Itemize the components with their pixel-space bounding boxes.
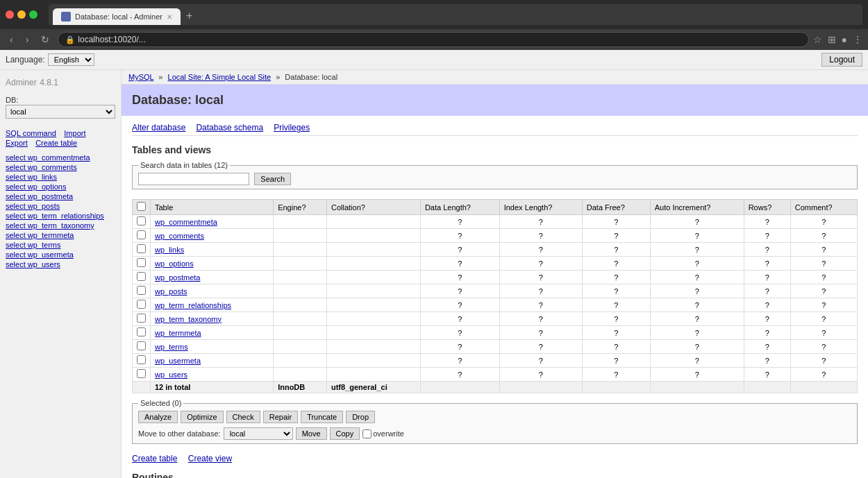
db-tab[interactable]: Privileges	[274, 123, 310, 133]
search-button[interactable]: Search	[254, 173, 291, 185]
table-header: Auto Increment?	[650, 200, 744, 215]
table-collation	[326, 257, 420, 271]
table-index-length: ?	[499, 340, 582, 354]
drop-button[interactable]: Drop	[346, 411, 375, 423]
sidebar-nav-item[interactable]: select wp_term_taxonomy	[6, 221, 115, 230]
tables-section-title: Tables and views	[132, 144, 858, 155]
table-index-length: ?	[499, 215, 582, 229]
table-name-link[interactable]: wp_comments	[155, 232, 204, 240]
row-checkbox[interactable]	[137, 355, 146, 364]
repair-button[interactable]: Repair	[263, 411, 298, 423]
sidebar-nav-item[interactable]: select wp_termmeta	[6, 231, 115, 239]
breadcrumb-site[interactable]: Local Site: A Simple Local Site	[168, 73, 272, 81]
create-view-link[interactable]: Create view	[188, 454, 232, 463]
row-checkbox[interactable]	[137, 327, 146, 336]
table-data-length: ?	[420, 243, 499, 257]
copy-button[interactable]: Copy	[330, 427, 360, 440]
reload-button[interactable]: ↻	[37, 33, 53, 46]
table-name-link[interactable]: wp_termmeta	[155, 329, 201, 337]
table-engine	[274, 284, 327, 298]
import-link[interactable]: Import	[64, 129, 85, 137]
language-select[interactable]: English	[48, 53, 94, 66]
row-checkbox[interactable]	[137, 258, 146, 267]
create-table-sidebar-link[interactable]: Create table	[35, 139, 77, 147]
logout-button[interactable]: Logout	[821, 53, 862, 67]
table-data-length: ?	[420, 215, 499, 229]
create-table-link[interactable]: Create table	[132, 454, 177, 463]
table-collation	[326, 243, 420, 257]
sidebar-nav-item[interactable]: select wp_posts	[6, 202, 115, 210]
move-button[interactable]: Move	[296, 427, 327, 440]
table-comment: ?	[790, 368, 857, 382]
table-name-link[interactable]: wp_commentmeta	[155, 218, 217, 226]
table-row: wp_comments??????	[133, 229, 858, 243]
table-name-link[interactable]: wp_postmeta	[155, 273, 200, 282]
table-name-link[interactable]: wp_links	[155, 246, 184, 254]
analyze-button[interactable]: Analyze	[138, 411, 178, 423]
db-tab[interactable]: Database schema	[196, 123, 263, 133]
table-collation	[326, 229, 420, 243]
sidebar-nav-item[interactable]: select wp_options	[6, 182, 115, 191]
row-checkbox[interactable]	[137, 369, 146, 378]
row-checkbox[interactable]	[137, 272, 146, 281]
table-index-length: ?	[499, 229, 582, 243]
new-tab-button[interactable]: +	[181, 7, 198, 25]
table-name-link[interactable]: wp_options	[155, 259, 194, 268]
db-select[interactable]: local	[6, 105, 115, 119]
table-auto-increment: ?	[650, 284, 744, 298]
sidebar-nav-item[interactable]: select wp_usermeta	[6, 250, 115, 259]
table-comment: ?	[790, 340, 857, 354]
address-bar[interactable]: 🔒 localhost:10020/...	[58, 32, 808, 47]
move-db-select[interactable]: local	[224, 427, 293, 440]
overwrite-checkbox[interactable]	[362, 429, 372, 438]
tables-table: TableEngine?Collation?Data Length?Index …	[132, 199, 858, 393]
total-cell: 12 in total	[151, 382, 274, 393]
db-tab[interactable]: Alter database	[132, 123, 185, 133]
maximize-window-btn[interactable]	[29, 10, 37, 19]
sidebar-nav-item[interactable]: select wp_commentmeta	[6, 153, 115, 162]
row-checkbox[interactable]	[137, 230, 146, 239]
row-checkbox[interactable]	[137, 216, 146, 225]
table-name-link[interactable]: wp_posts	[155, 287, 187, 296]
tab-close-btn[interactable]: ✕	[167, 13, 172, 21]
sidebar-nav-item[interactable]: select wp_terms	[6, 241, 115, 249]
table-comment: ?	[790, 354, 857, 368]
table-name-link[interactable]: wp_term_relationships	[155, 301, 231, 309]
forward-button[interactable]: ›	[22, 33, 33, 46]
active-tab[interactable]: Database: local - Adminer ✕	[53, 8, 181, 25]
overwrite-label[interactable]: overwrite	[362, 429, 404, 438]
row-checkbox[interactable]	[137, 300, 146, 309]
table-index-length: ?	[499, 243, 582, 257]
sidebar-nav-item[interactable]: select wp_postmeta	[6, 192, 115, 200]
bookmark-icon[interactable]: ☆	[813, 34, 822, 45]
breadcrumb-mysql[interactable]: MySQL	[128, 73, 153, 81]
create-links: Create table Create view	[132, 454, 858, 463]
table-name-link[interactable]: wp_term_taxonomy	[155, 315, 222, 323]
menu-icon[interactable]: ⋮	[853, 34, 862, 45]
back-button[interactable]: ‹	[6, 33, 17, 46]
row-checkbox[interactable]	[137, 244, 146, 253]
minimize-window-btn[interactable]	[17, 10, 26, 19]
sidebar-nav-item[interactable]: select wp_comments	[6, 163, 115, 171]
sidebar-nav-item[interactable]: select wp_term_relationships	[6, 212, 115, 220]
sql-command-link[interactable]: SQL command	[6, 129, 56, 137]
sidebar-nav-item[interactable]: select wp_users	[6, 260, 115, 268]
search-input[interactable]	[138, 173, 249, 185]
profile-icon[interactable]: ●	[842, 34, 847, 45]
check-button[interactable]: Check	[226, 411, 260, 423]
select-all-checkbox[interactable]	[137, 202, 146, 211]
export-link[interactable]: Export	[6, 139, 28, 147]
truncate-button[interactable]: Truncate	[301, 411, 343, 423]
row-checkbox[interactable]	[137, 286, 146, 295]
table-name-link[interactable]: wp_terms	[155, 343, 188, 351]
row-checkbox[interactable]	[137, 341, 146, 350]
optimize-button[interactable]: Optimize	[181, 411, 223, 423]
close-window-btn[interactable]	[6, 10, 14, 19]
table-name-link[interactable]: wp_users	[155, 370, 187, 379]
table-name-link[interactable]: wp_usermeta	[155, 357, 201, 365]
table-engine	[274, 298, 327, 312]
extensions-icon[interactable]: ⊞	[828, 34, 836, 45]
table-row: wp_links??????	[133, 243, 858, 257]
sidebar-nav-item[interactable]: select wp_links	[6, 173, 115, 181]
row-checkbox[interactable]	[137, 314, 146, 323]
